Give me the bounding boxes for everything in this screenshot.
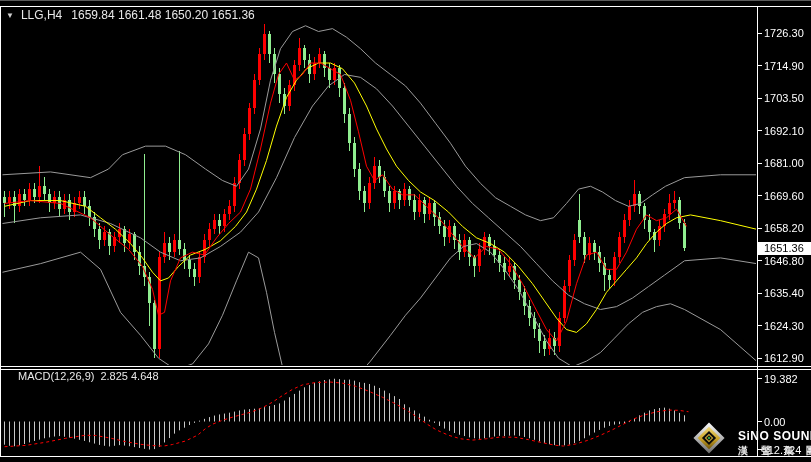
macd-name: MACD(12,26,9) — [18, 370, 94, 382]
price-axis-tick — [757, 293, 762, 294]
ohlc-values: 1659.84 1661.48 1650.20 1651.36 — [71, 8, 255, 22]
macd-axis-label: 19.382 — [764, 373, 798, 385]
price-axis-label: 1624.30 — [764, 320, 804, 332]
price-axis-tick — [757, 65, 762, 66]
symbol-label: LLG,H4 — [21, 8, 62, 22]
price-axis-tick — [757, 195, 762, 196]
macd-values: 2.825 4.648 — [100, 370, 158, 382]
price-axis-label: 1681.00 — [764, 157, 804, 169]
diamond-logo-icon — [693, 422, 724, 453]
window-top-edge — [0, 0, 811, 1]
price-axis-tick — [757, 130, 762, 131]
price-axis-label: 1726.30 — [764, 27, 804, 39]
price-axis-border — [757, 6, 758, 457]
price-axis-tick — [757, 228, 762, 229]
price-axis-label: 1714.90 — [764, 60, 804, 72]
price-axis-label: 1612.90 — [764, 352, 804, 364]
macd-indicator-label: MACD(12,26,9)2.825 4.648 — [18, 370, 159, 382]
price-chart-canvas[interactable] — [0, 0, 811, 462]
price-axis-label: 1703.50 — [764, 92, 804, 104]
chevron-down-icon: ▼ — [6, 11, 14, 20]
chart-pane-top-border — [0, 6, 811, 7]
price-axis-tick — [757, 260, 762, 261]
logo-name: SiNO SOUND — [738, 429, 811, 443]
broker-watermark: SiNO SOUND 漢 聲 集 團 — [694, 424, 811, 462]
price-axis-label: 1692.10 — [764, 125, 804, 137]
price-axis-tick — [757, 325, 762, 326]
chart-pane-left-border — [0, 6, 1, 457]
price-axis-tick — [757, 33, 762, 34]
price-axis-label: 1669.60 — [764, 190, 804, 202]
macd-axis-tick — [757, 421, 762, 422]
symbol-header: ▼LLG,H41659.84 1661.48 1650.20 1651.36 — [6, 8, 255, 22]
logo-name-cn: 漢 聲 集 團 — [738, 444, 811, 458]
price-axis-tick — [757, 358, 762, 359]
price-axis-tick — [757, 163, 762, 164]
trading-chart-window: ▼LLG,H41659.84 1661.48 1650.20 1651.36 M… — [0, 0, 811, 462]
price-axis-label: 1635.40 — [764, 287, 804, 299]
pane-separator-top[interactable] — [0, 366, 811, 367]
price-axis-label: 1658.20 — [764, 222, 804, 234]
macd-axis-tick — [757, 378, 762, 379]
price-axis-tick — [757, 98, 762, 99]
current-price-tag: 1651.36 — [757, 242, 811, 255]
price-axis-label: 1646.80 — [764, 255, 804, 267]
chart-pane-bottom-border — [0, 456, 811, 457]
